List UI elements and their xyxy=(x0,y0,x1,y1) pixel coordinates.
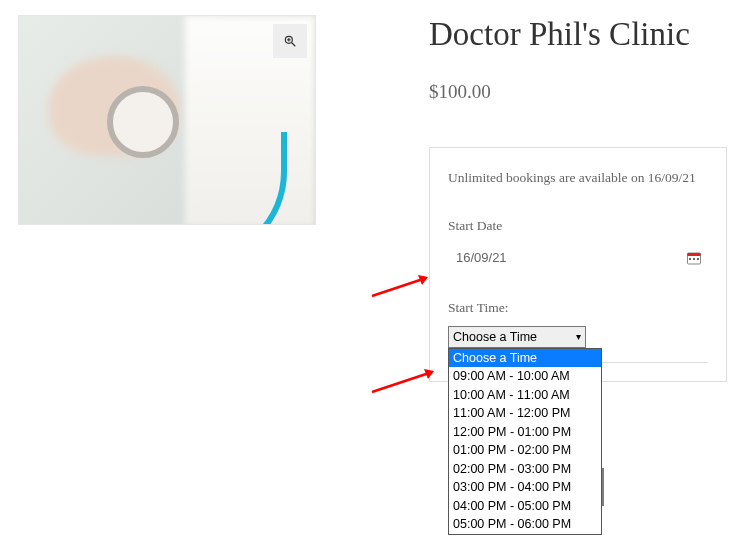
time-option[interactable]: 12:00 PM - 01:00 PM xyxy=(449,423,601,442)
time-option[interactable]: 10:00 AM - 11:00 AM xyxy=(449,386,601,405)
annotation-arrow xyxy=(368,266,440,302)
availability-text: Unlimited bookings are available on 16/0… xyxy=(448,170,708,186)
magnify-icon xyxy=(283,34,297,48)
start-time-selected: Choose a Time xyxy=(453,330,537,344)
product-price: $100.00 xyxy=(429,81,727,103)
product-image[interactable] xyxy=(18,15,316,225)
start-date-input[interactable]: 16/09/21 xyxy=(448,244,708,272)
time-option[interactable]: 01:00 PM - 02:00 PM xyxy=(449,441,601,460)
svg-line-9 xyxy=(372,278,426,296)
svg-rect-8 xyxy=(697,258,699,260)
annotation-arrow xyxy=(368,358,448,400)
time-option[interactable]: 05:00 PM - 06:00 PM xyxy=(449,515,601,534)
time-option[interactable]: 09:00 AM - 10:00 AM xyxy=(449,367,601,386)
time-option[interactable]: 11:00 AM - 12:00 PM xyxy=(449,404,601,423)
time-option[interactable]: 02:00 PM - 03:00 PM xyxy=(449,460,601,479)
chevron-down-icon: ▾ xyxy=(576,331,581,342)
svg-rect-7 xyxy=(693,258,695,260)
svg-rect-5 xyxy=(688,253,701,256)
time-option[interactable]: 03:00 PM - 04:00 PM xyxy=(449,478,601,497)
start-time-select[interactable]: Choose a Time ▾ xyxy=(448,326,586,348)
zoom-button[interactable] xyxy=(273,24,307,58)
time-option[interactable]: 04:00 PM - 05:00 PM xyxy=(449,497,601,516)
start-date-label: Start Date xyxy=(448,218,708,234)
svg-rect-6 xyxy=(689,258,691,260)
start-time-dropdown[interactable]: Choose a Time09:00 AM - 10:00 AM10:00 AM… xyxy=(448,348,602,535)
svg-line-11 xyxy=(372,372,432,392)
svg-line-1 xyxy=(292,43,296,47)
start-time-label: Start Time: xyxy=(448,300,708,316)
calendar-icon[interactable] xyxy=(686,250,702,266)
product-title: Doctor Phil's Clinic xyxy=(429,15,727,55)
start-date-value: 16/09/21 xyxy=(456,250,507,265)
time-option[interactable]: Choose a Time xyxy=(449,349,601,368)
booking-panel: Unlimited bookings are available on 16/0… xyxy=(429,147,727,382)
